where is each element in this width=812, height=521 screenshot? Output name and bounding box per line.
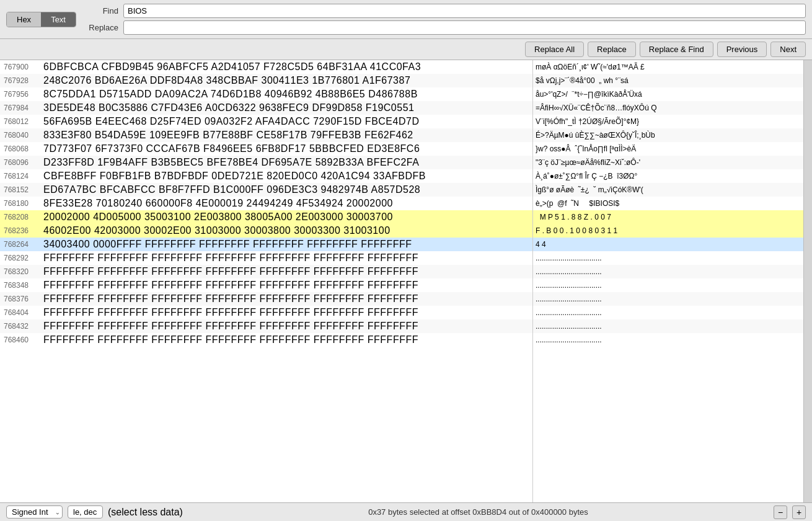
toolbar-row2: Replace All Replace Replace & Find Previ… <box>0 39 812 60</box>
hex-row[interactable]: 768292FFFFFFFF FFFFFFFF FFFFFFFF FFFFFFF… <box>0 251 532 265</box>
hex-bytes: 46002E00 42003000 30002E00 31003000 3000… <box>43 224 532 238</box>
text-row[interactable]: $å vΩj,j>¨´®4å°00 „ wh °¨sá <box>533 74 803 87</box>
text-row[interactable]: "3¨ç öJ¨≥µœ≈øÄå%fliZ~Xiˇ:øÔ-' <box>533 156 803 169</box>
toolbar-row1: Hex Text Find Replace <box>0 0 812 39</box>
address-label: 767900 <box>0 60 43 74</box>
signed-int-select[interactable]: Signed Int <box>6 505 63 519</box>
text-row[interactable]: ................................ <box>533 319 803 333</box>
address-label: 768376 <box>0 292 43 306</box>
hex-tab[interactable]: Hex <box>7 12 41 27</box>
hex-row[interactable]: 768348FFFFFFFF FFFFFFFF FFFFFFFF FFFFFFF… <box>0 278 532 292</box>
address-label: 768124 <box>0 169 43 183</box>
hex-row[interactable]: 768432FFFFFFFF FFFFFFFF FFFFFFFF FFFFFFF… <box>0 319 532 333</box>
hex-bytes: FFFFFFFF FFFFFFFF FFFFFFFF FFFFFFFF FFFF… <box>43 265 532 278</box>
hex-row[interactable]: 768404FFFFFFFF FFFFFFFF FFFFFFFF FFFFFFF… <box>0 306 532 319</box>
hex-row[interactable]: 768040833E3F80 B54DA59E 109EE9FB B77E88B… <box>0 128 532 142</box>
hex-bytes: 56FA695B E4EEC468 D25F74ED 09A032F2 AFA4… <box>43 115 532 128</box>
hex-row[interactable]: 767928248C2076 BD6AE26A DDF8D4A8 348CBBA… <box>0 74 532 87</box>
find-input[interactable] <box>123 4 806 18</box>
hex-bytes: 6DBFCBCA CFBD9B45 96ABFCF5 A2D41057 F728… <box>43 60 532 74</box>
replace-find-button[interactable]: Replace & Find <box>640 42 713 57</box>
hex-row[interactable]: 76801256FA695B E4EEC468 D25F74ED 09A032F… <box>0 115 532 128</box>
hex-panel: 7679006DBFCBCA CFBD9B45 96ABFCF5 A2D4105… <box>0 60 533 502</box>
address-label: 768180 <box>0 197 43 210</box>
hex-row[interactable]: 76823646002E00 42003000 30002E00 3100300… <box>0 224 532 238</box>
address-label: 768320 <box>0 265 43 278</box>
minus-button[interactable]: − <box>774 505 787 519</box>
address-label: 768348 <box>0 278 43 292</box>
hex-row[interactable]: 768320FFFFFFFF FFFFFFFF FFFFFFFF FFFFFFF… <box>0 265 532 278</box>
text-row[interactable]: ................................ <box>533 278 803 292</box>
hex-bytes: FFFFFFFF FFFFFFFF FFFFFFFF FFFFFFFF FFFF… <box>43 278 532 292</box>
address-label: 768012 <box>0 115 43 128</box>
hex-bytes: 20002000 4D005000 35003100 2E003800 3800… <box>43 210 532 224</box>
format-select[interactable]: le, dec <box>68 505 103 519</box>
address-label: 767984 <box>0 101 43 115</box>
hex-row[interactable]: 768460FFFFFFFF FFFFFFFF FFFFFFFF FFFFFFF… <box>0 333 532 347</box>
hex-row[interactable]: 768376FFFFFFFF FFFFFFFF FFFFFFFF FFFFFFF… <box>0 292 532 306</box>
hex-row[interactable]: 7679843DE5DE48 B0C35886 C7FD43E6 A0CD632… <box>0 101 532 115</box>
hex-row[interactable]: 7680687D773F07 6F7373F0 CCCAF67B F8496EE… <box>0 142 532 156</box>
hex-row[interactable]: 76820820002000 4D005000 35003100 2E00380… <box>0 210 532 224</box>
hex-row[interactable]: 7679006DBFCBCA CFBD9B45 96ABFCF5 A2D4105… <box>0 60 532 74</box>
text-row[interactable]: ................................ <box>533 333 803 347</box>
hex-bytes: 8C75DDA1 D5715ADD DA09AC2A 74D6D1B8 4094… <box>43 87 532 101</box>
text-row[interactable]: }w? oss●Â ˆ{˜InÅo∏fl [ªαÌÌ>èÄ <box>533 142 803 156</box>
hex-bytes: CBFE8BFF F0BFB1FB B7BDFBDF 0DED721E 820E… <box>43 169 532 183</box>
hex-bytes: 8FE33E28 70180240 660000F8 4E000019 2449… <box>43 197 532 210</box>
text-row[interactable]: F . B 0 0 . 1 0 0 8 0 3 1 1 <box>533 224 803 238</box>
hex-row[interactable]: 7681808FE33E28 70180240 660000F8 4E00001… <box>0 197 532 210</box>
hex-bytes: FFFFFFFF FFFFFFFF FFFFFFFF FFFFFFFF FFFF… <box>43 333 532 347</box>
next-button[interactable]: Next <box>770 42 806 57</box>
hex-bytes: 7D773F07 6F7373F0 CCCAF67B F8496EE5 6FB8… <box>43 142 532 156</box>
text-row[interactable]: è„>(p @f ˜N $IBIOSI$ <box>533 197 803 210</box>
tab-group: Hex Text <box>6 12 76 27</box>
scrollbar[interactable] <box>803 60 812 502</box>
text-row[interactable]: møÀ αΩöEñ´¸ι¢' W˜(≈'dø1™AÃ £ <box>533 60 803 74</box>
signed-int-wrapper: Signed Int <box>6 505 63 519</box>
address-label: 767928 <box>0 74 43 87</box>
hex-row[interactable]: 76826434003400 0000FFFF FFFFFFFF FFFFFFF… <box>0 238 532 251</box>
find-label: Find <box>81 6 118 16</box>
previous-button[interactable]: Previous <box>717 42 767 57</box>
address-label: 768040 <box>0 128 43 142</box>
text-row[interactable]: V¨i[%Ófh"_tÌ †2ÚØ§/ÃreÕ]°¢M} <box>533 115 803 128</box>
text-row[interactable]: =ÂfiH∞√XÜ«¨CÊ†Õc¨ñ8…flóyXÔú Q <box>533 101 803 115</box>
text-row[interactable]: ................................ <box>533 265 803 278</box>
text-tab[interactable]: Text <box>41 12 76 27</box>
text-row[interactable]: 4 4 <box>533 238 803 251</box>
text-panel: møÀ αΩöEñ´¸ι¢' W˜(≈'dø1™AÃ £$å vΩj,j>¨´®… <box>533 60 803 502</box>
text-row[interactable]: ................................ <box>533 292 803 306</box>
address-label: 768236 <box>0 224 43 238</box>
address-label: 768068 <box>0 142 43 156</box>
hex-row[interactable]: 768152ED67A7BC BFCABFCC BF8F7FFD B1C000F… <box>0 183 532 197</box>
status-text: 0x37 bytes selected at offset 0xBB8D4 ou… <box>188 507 769 517</box>
replace-input[interactable] <box>123 20 806 35</box>
address-label: 768096 <box>0 156 43 169</box>
replace-button[interactable]: Replace <box>588 42 636 57</box>
hex-bytes: 34003400 0000FFFF FFFFFFFF FFFFFFFF FFFF… <box>43 238 532 251</box>
text-row[interactable]: Ìgß°ø øÃøè ˜±¿ ˘ m„√iÇóK®W'( <box>533 183 803 197</box>
replace-row: Replace <box>81 20 806 35</box>
hex-row[interactable]: 768096D233FF8D 1F9B4AFF B3B5BEC5 BFE78BE… <box>0 156 532 169</box>
address-label: 767956 <box>0 87 43 101</box>
hex-bytes: 833E3F80 B54DA59E 109EE9FB B77E88BF CE58… <box>43 128 532 142</box>
text-row[interactable]: M P 5 1 . 8 8 Z . 0 0 7 <box>533 210 803 224</box>
text-row[interactable]: É>?ÄµM●ú ûÈ∑∑~àøŒXÔ{y˘Î;¸bÙb <box>533 128 803 142</box>
address-label: 768404 <box>0 306 43 319</box>
content-area: 7679006DBFCBCA CFBD9B45 96ABFCF5 A2D4105… <box>0 60 812 502</box>
text-row[interactable]: À¸á˚●ø±˚∑Ω°fl Îr Ç −¿B î3ØΩ° <box>533 169 803 183</box>
hex-bytes: FFFFFFFF FFFFFFFF FFFFFFFF FFFFFFFF FFFF… <box>43 319 532 333</box>
hex-bytes: ED67A7BC BFCABFCC BF8F7FFD B1C000FF 096D… <box>43 183 532 197</box>
text-row[interactable]: åu>°'qZ>/ ¨*t÷−∏@îkìKàðÅ'Üxá <box>533 87 803 101</box>
address-label: 768460 <box>0 333 43 347</box>
hex-row[interactable]: 7679568C75DDA1 D5715ADD DA09AC2A 74D6D1B… <box>0 87 532 101</box>
replace-all-button[interactable]: Replace All <box>525 42 584 57</box>
text-row[interactable]: ................................ <box>533 251 803 265</box>
plus-button[interactable]: + <box>792 505 806 519</box>
replace-label: Replace <box>81 23 118 32</box>
address-label: 768152 <box>0 183 43 197</box>
address-label: 768208 <box>0 210 43 224</box>
text-row[interactable]: ................................ <box>533 306 803 319</box>
hex-row[interactable]: 768124CBFE8BFF F0BFB1FB B7BDFBDF 0DED721… <box>0 169 532 183</box>
